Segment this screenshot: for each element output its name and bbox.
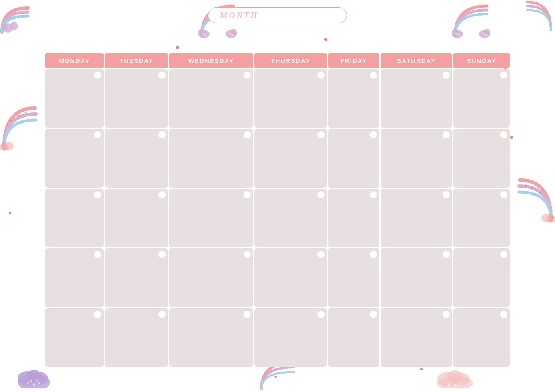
cell-r2-fri[interactable]: [328, 129, 379, 187]
svg-point-18: [485, 34, 487, 36]
cell-dot: [94, 251, 101, 258]
cell-dot: [158, 251, 166, 258]
cell-r3-mon[interactable]: [45, 189, 104, 247]
svg-point-6: [230, 29, 237, 35]
header-monday: MONDAY: [45, 53, 104, 68]
cell-r1-sun[interactable]: [453, 69, 510, 128]
cell-r2-tue[interactable]: [105, 129, 168, 187]
cloud-bottom-right: [435, 366, 475, 390]
month-line: [263, 15, 335, 15]
cell-r4-sun[interactable]: [453, 248, 510, 307]
rainbow-mid-right: ♥ ♥ ♥: [515, 172, 555, 226]
svg-point-15: [455, 33, 457, 34]
cell-r1-mon[interactable]: [45, 69, 104, 128]
cell-dot: [370, 191, 377, 198]
cell-r1-sat[interactable]: [381, 69, 453, 128]
calendar-row-1: [45, 69, 510, 128]
cell-r2-wed[interactable]: [169, 129, 253, 187]
cell-dot: [94, 72, 101, 79]
cell-r5-thu[interactable]: [254, 308, 327, 367]
cell-dot: [500, 72, 507, 79]
cell-r5-tue[interactable]: [105, 308, 168, 367]
rainbow-mid-left: ♥ ♥ ♥: [0, 100, 40, 154]
cell-r5-wed[interactable]: [169, 308, 253, 367]
cell-dot: [158, 311, 166, 318]
svg-text:♥: ♥: [274, 374, 277, 380]
cell-dot: [370, 72, 377, 79]
dot-decoration: [176, 46, 179, 49]
cell-dot: [94, 311, 101, 318]
cell-r1-tue[interactable]: [105, 69, 168, 128]
header-saturday: SATURDAY: [381, 53, 453, 68]
svg-point-10: [232, 34, 233, 36]
cell-dot: [244, 311, 251, 318]
svg-point-12: [452, 29, 458, 35]
cell-r3-sat[interactable]: [381, 189, 453, 247]
svg-text:♥: ♥: [18, 114, 20, 118]
cell-dot: [317, 191, 325, 198]
cell-dot: [94, 191, 101, 198]
cell-r2-mon[interactable]: [45, 129, 104, 187]
cell-r5-mon[interactable]: [45, 308, 104, 367]
cell-r4-thu[interactable]: [254, 248, 327, 307]
cell-dot: [317, 251, 325, 258]
cell-dot: [317, 311, 325, 318]
cell-r4-tue[interactable]: [105, 248, 168, 307]
cell-r1-wed[interactable]: [169, 69, 253, 128]
cell-r4-mon[interactable]: [45, 248, 104, 307]
cell-r5-sun[interactable]: [453, 308, 510, 367]
cell-dot: [443, 72, 450, 79]
svg-point-8: [204, 34, 206, 36]
svg-point-1: [10, 22, 18, 30]
cell-dot: [370, 131, 377, 138]
cell-dot: [443, 251, 450, 258]
svg-point-34: [33, 383, 35, 386]
svg-point-42: [447, 370, 463, 382]
calendar-row-2: [45, 129, 510, 187]
svg-point-35: [38, 382, 40, 384]
cell-dot: [244, 72, 251, 79]
cell-r5-sat[interactable]: [381, 308, 453, 367]
day-header-row: MONDAY TUESDAY WEDNESDAY THURSDAY FRIDAY…: [45, 53, 510, 68]
svg-point-4: [198, 29, 205, 35]
cell-r3-tue[interactable]: [105, 189, 168, 247]
cell-dot: [500, 251, 507, 258]
calendar-header: monTH: [0, 4, 555, 23]
svg-point-36: [30, 380, 32, 382]
dot-decoration: [9, 212, 11, 214]
month-label-box: monTH: [208, 7, 347, 23]
calendar-table: MONDAY TUESDAY WEDNESDAY THURSDAY FRIDAY…: [44, 52, 511, 368]
cell-r3-thu[interactable]: [254, 189, 327, 247]
svg-point-14: [484, 29, 490, 35]
cell-dot: [317, 72, 325, 79]
calendar-row-3: [45, 189, 510, 247]
cloud-bottom-left: [16, 364, 52, 390]
cell-r2-sun[interactable]: [453, 129, 510, 187]
cell-r4-sat[interactable]: [381, 248, 453, 307]
cell-dot: [500, 191, 507, 198]
svg-point-7: [202, 33, 204, 34]
cell-r4-wed[interactable]: [169, 248, 253, 307]
month-label: monTH: [220, 10, 258, 20]
svg-text:♥: ♥: [539, 191, 541, 195]
cell-r1-fri[interactable]: [328, 69, 379, 128]
cell-r3-sun[interactable]: [453, 189, 510, 247]
cell-r4-fri[interactable]: [328, 248, 379, 307]
cell-dot: [317, 131, 325, 138]
svg-point-2: [1, 24, 8, 31]
svg-point-16: [458, 34, 459, 36]
cell-r2-thu[interactable]: [254, 129, 327, 187]
cell-dot: [158, 191, 166, 198]
header-sunday: SUNDAY: [453, 53, 510, 68]
calendar-grid: MONDAY TUESDAY WEDNESDAY THURSDAY FRIDAY…: [44, 52, 511, 368]
cell-dot: [244, 191, 251, 198]
cell-r3-wed[interactable]: [169, 189, 253, 247]
calendar-row-4: [45, 248, 510, 307]
cell-r5-fri[interactable]: [328, 308, 379, 367]
cell-r3-fri[interactable]: [328, 189, 379, 247]
calendar-row-5: [45, 308, 510, 367]
dot-decoration: [324, 38, 327, 41]
cell-dot: [500, 131, 507, 138]
cell-r2-sat[interactable]: [381, 129, 453, 187]
cell-r1-thu[interactable]: [254, 69, 327, 128]
